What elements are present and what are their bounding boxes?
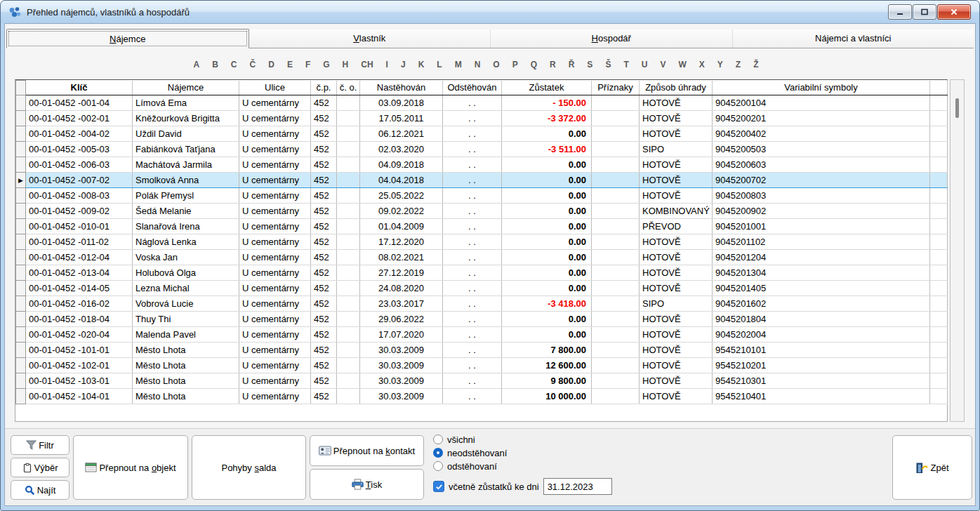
cell-odstehovan: . . [443,343,502,358]
alphabet-letter-v[interactable]: V [660,60,666,69]
table-row[interactable]: 00-01-0452 -001-04Límová EmaU cementárny… [16,95,948,111]
alphabet-letter-c[interactable]: C [231,60,237,69]
alphabet-letter-š[interactable]: Š [605,60,611,69]
table-row[interactable]: 00-01-0452 -016-02Vobrová LucieU cementá… [16,296,948,312]
alphabet-letter-d[interactable]: D [268,60,274,69]
cell-filler [930,204,948,219]
alphabet-letter-ř[interactable]: Ř [569,60,575,69]
alphabet-letter-n[interactable]: N [475,60,481,69]
alphabet-letter-b[interactable]: B [212,60,218,69]
table-row[interactable]: 00-01-0452 -004-02Uždil DavidU cementárn… [16,126,948,142]
alphabet-letter-h[interactable]: H [343,60,349,69]
alphabet-letter-x[interactable]: X [699,60,705,69]
table-row[interactable]: 00-01-0452 -020-04Malenda PavelU cementá… [16,327,948,343]
alphabet-letter-o[interactable]: O [493,60,499,69]
table-row[interactable]: ▶00-01-0452 -007-02Smolková AnnaU cement… [16,173,948,188]
table-row[interactable]: 00-01-0452 -005-03Fabiánková TaťjanaU ce… [16,142,948,157]
alphabet-letter-ž[interactable]: Ž [753,60,758,69]
alphabet-letter-t[interactable]: T [623,60,628,69]
select-button[interactable]: Výběr [11,458,69,477]
find-button[interactable]: Najít [11,480,69,500]
cell-cp: 452 [311,312,337,327]
scrollbar-thumb[interactable] [955,98,959,118]
cell-variabilni-symboly: 9045200201 [713,111,930,126]
cell-zpusob-uhrady: HOTOVĚ [640,250,713,265]
table-row[interactable]: 00-01-0452 -018-04Thuy ThiU cementárny45… [16,312,948,327]
balance-movements-button[interactable]: Pohyby salda [192,435,306,500]
alphabet-letter-p[interactable]: P [512,60,518,69]
table-row[interactable]: 00-01-0452 -104-01Město LhotaU cementárn… [16,389,948,404]
cell-filler [930,327,948,343]
minimize-button[interactable] [888,4,912,20]
table-row[interactable]: 00-01-0452 -103-01Město LhotaU cementárn… [16,373,948,389]
cell-filler [930,188,948,204]
close-button[interactable] [937,4,971,20]
cell-co [337,312,360,327]
table-row[interactable]: 00-01-0452 -011-02Náglová LenkaU cementá… [16,234,948,250]
cell-priznaky [592,312,640,327]
alphabet-letter-g[interactable]: G [323,60,329,69]
tab-najemce[interactable]: Nájemce [6,29,249,48]
radio-odstehovani[interactable]: odstěhovaní [433,460,507,472]
alphabet-letter-j[interactable]: J [401,60,406,69]
switch-to-contact-button[interactable]: Přepnout na kontakt [310,435,424,466]
table-row[interactable]: 00-01-0452 -008-03Polák PřemyslU cementá… [16,188,948,204]
tab-hospodar[interactable]: Hospodář [491,29,733,48]
cell-nastehovan: 17.07.2020 [360,327,443,343]
cell-odstehovan: . . [443,234,502,250]
balance-date-field[interactable] [543,478,612,495]
cell-ulice: U cementárny [239,204,311,219]
alphabet-letter-z[interactable]: Z [736,60,741,69]
table-row[interactable]: 00-01-0452 -002-01Kněžourková BrigittaU … [16,111,948,126]
cell-zustatek: 0.00 [502,265,592,281]
radio-vsichni[interactable]: všichni [433,433,507,446]
back-button[interactable]: Zpět [892,435,972,500]
cell-klic: 00-01-0452 -013-04 [26,265,133,281]
cell-nastehovan: 03.09.2018 [360,95,443,111]
table-row[interactable]: 00-01-0452 -009-02Šedá MelanieU cementár… [16,204,948,219]
alphabet-letter-w[interactable]: W [678,60,686,69]
cell-ulice: U cementárny [239,234,311,250]
table-row[interactable]: 00-01-0452 -102-01Město LhotaU cementárn… [16,358,948,373]
table-row[interactable]: 00-01-0452 -012-04Voska JanU cementárny4… [16,250,948,265]
cell-ulice: U cementárny [239,142,311,157]
alphabet-letter-i[interactable]: I [386,60,388,69]
minimize-icon [896,8,904,16]
print-button[interactable]: Tisk [310,469,424,500]
alphabet-letter-f[interactable]: F [305,60,310,69]
table-row[interactable]: 00-01-0452 -014-05Lezna MichalU cementár… [16,281,948,296]
alphabet-letter-r[interactable]: R [550,60,556,69]
cell-filler [930,219,948,234]
switch-to-object-button[interactable]: Přepnout na objekt [73,435,188,500]
alphabet-letter-u[interactable]: U [642,60,648,69]
vertical-scrollbar[interactable] [950,79,965,422]
table-row[interactable]: 00-01-0452 -013-04Holubová OlgaU cementá… [16,265,948,281]
alphabet-letter-k[interactable]: K [418,60,425,69]
cell-filler [930,343,948,358]
cell-klic: 00-01-0452 -010-01 [26,219,133,234]
balance-checkbox[interactable] [433,481,444,492]
alphabet-letter-y[interactable]: Y [717,60,723,69]
alphabet-letter-ch[interactable]: CH [361,60,373,69]
alphabet-letter-m[interactable]: M [455,60,462,69]
tab-vlastnik[interactable]: Vlastník [249,29,491,48]
filter-button[interactable]: Filtr [11,435,69,455]
alphabet-letter-č[interactable]: Č [250,60,256,69]
cell-filler [930,142,948,157]
alphabet-letter-e[interactable]: E [287,60,293,69]
alphabet-letter-a[interactable]: A [194,60,200,69]
tab-najemci-a-vlastnici[interactable]: Nájemci a vlastníci [733,29,974,48]
alphabet-letter-q[interactable]: Q [531,60,537,69]
cell-priznaky [592,250,640,265]
radio-neodstehovani[interactable]: neodstěhovaní [433,446,507,459]
alphabet-letter-s[interactable]: S [587,60,592,69]
cell-najemce: Fabiánková Taťjana [133,142,239,157]
cell-najemce: Město Lhota [133,343,239,358]
table-row[interactable]: 00-01-0452 -101-01Město LhotaU cementárn… [16,343,948,358]
cell-co [337,111,360,126]
cell-priznaky [592,373,640,389]
maximize-button[interactable] [913,4,936,20]
alphabet-letter-l[interactable]: L [437,60,442,69]
table-row[interactable]: 00-01-0452 -010-01Slanařová IrenaU cemen… [16,219,948,234]
table-row[interactable]: 00-01-0452 -006-03Machátová JarmilaU cem… [16,157,948,173]
